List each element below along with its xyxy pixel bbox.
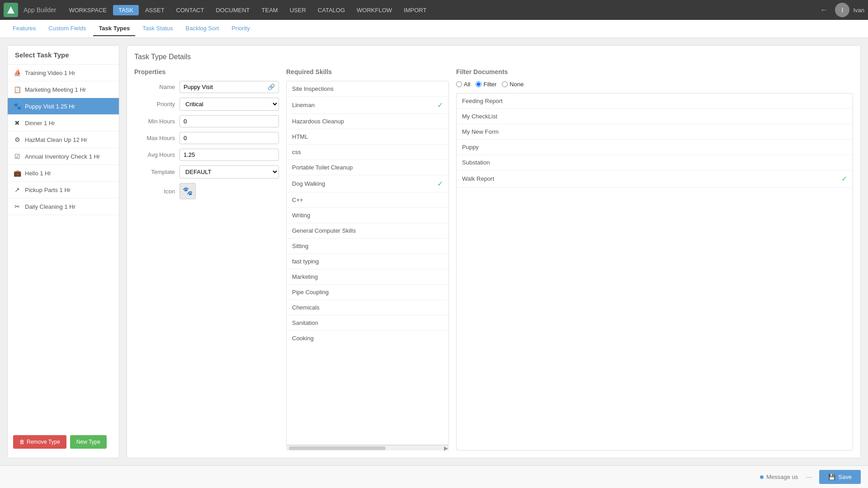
tab-backlog-sort[interactable]: Backlog Sort — [180, 21, 224, 36]
horizontal-scrollbar[interactable]: ▶ — [286, 445, 449, 450]
nav-workspace[interactable]: WORKSPACE — [63, 5, 112, 15]
min-hours-input[interactable] — [179, 115, 279, 127]
icon-picker[interactable]: 🐾 — [179, 183, 196, 199]
list-item[interactable]: ⚙ HazMat Clean Up 12 Hr — [8, 131, 119, 148]
list-item[interactable]: 🐾 Puppy Visit 1.25 Hr — [8, 98, 119, 115]
save-icon: 💾 — [828, 474, 835, 480]
nav-task[interactable]: TASK — [113, 5, 139, 15]
scrollbar-thumb[interactable] — [289, 446, 386, 450]
new-type-button[interactable]: New Type — [70, 435, 107, 449]
doc-name: Feeding Report — [462, 98, 503, 104]
properties-title: Properties — [134, 68, 279, 75]
nav-user[interactable]: USER — [284, 5, 311, 15]
priority-label: Priority — [134, 101, 175, 108]
nav-catalog[interactable]: CATALOG — [312, 5, 350, 15]
icon-row: Icon 🐾 — [134, 183, 279, 199]
tab-task-types[interactable]: Task Types — [93, 21, 135, 36]
nav-asset[interactable]: ASSET — [140, 5, 170, 15]
doc-item[interactable]: Feeding Report — [457, 94, 853, 109]
filter-radio-group: All Filter None — [456, 81, 853, 88]
required-skills-section: Required Skills Site Inspections Lineman… — [286, 68, 449, 450]
name-label: Name — [134, 84, 175, 90]
avg-hours-input[interactable] — [179, 149, 279, 161]
nav-workflow[interactable]: WORKFLOW — [351, 5, 397, 15]
skill-item[interactable]: Pipe Coupling — [287, 285, 448, 300]
list-item[interactable]: ✖ Dinner 1 Hr — [8, 115, 119, 131]
skill-item[interactable]: Site Inspections — [287, 81, 448, 97]
max-hours-input[interactable] — [179, 132, 279, 144]
save-button[interactable]: 💾 Save — [819, 470, 861, 484]
check-icon: ✓ — [437, 101, 443, 109]
template-label: Template — [134, 169, 175, 175]
message-us-widget[interactable]: Message us — — [760, 474, 812, 480]
list-item[interactable]: 💼 Hello 1 Hr — [8, 165, 119, 182]
doc-item[interactable]: My CheckList — [457, 109, 853, 124]
list-item[interactable]: ✂ Daily Cleaning 1 Hr — [8, 198, 119, 215]
tab-custom-fields[interactable]: Custom Fields — [43, 21, 91, 36]
skill-item[interactable]: Chemicals — [287, 300, 448, 315]
list-item[interactable]: 📋 Marketing Meeting 1 Hr — [8, 81, 119, 98]
radio-none[interactable]: None — [502, 81, 524, 88]
nav-import[interactable]: IMPORT — [398, 5, 432, 15]
skill-name: Marketing — [292, 273, 318, 280]
skill-item[interactable]: Hazardous Cleanup — [287, 114, 448, 129]
doc-item[interactable]: My New Form — [457, 124, 853, 140]
radio-filter[interactable]: Filter — [476, 81, 496, 88]
task-type-details-panel: Task Type Details Properties Name 🔗 Prio… — [127, 45, 861, 458]
skill-name: fast typing — [292, 258, 319, 265]
priority-select[interactable]: Critical High Medium Low — [179, 98, 279, 111]
skill-item[interactable]: Cooking — [287, 331, 448, 346]
name-input-wrapper: 🔗 — [179, 81, 279, 93]
doc-name: My New Form — [462, 128, 499, 135]
doc-item[interactable]: Walk Report ✓ — [457, 170, 853, 188]
skill-name: Sanitation — [292, 319, 318, 326]
name-input[interactable] — [180, 81, 264, 93]
doc-name: My CheckList — [462, 113, 497, 120]
nav-document[interactable]: DOCUMENT — [210, 5, 255, 15]
document-list: Feeding Report My CheckList My New Form … — [456, 93, 853, 450]
template-select[interactable]: DEFAULT CUSTOM — [179, 165, 279, 178]
task-label: Puppy Visit 1.25 Hr — [25, 103, 75, 110]
minimize-icon[interactable]: — — [806, 474, 812, 480]
skill-item[interactable]: Sitting — [287, 239, 448, 254]
nav-team[interactable]: TEAM — [256, 5, 283, 15]
panel-body: Properties Name 🔗 Priority Critical High… — [134, 68, 853, 450]
tab-priority[interactable]: Priority — [226, 21, 255, 36]
skill-item[interactable]: css — [287, 145, 448, 160]
radio-all[interactable]: All — [456, 81, 470, 88]
app-logo[interactable] — [4, 2, 20, 18]
skill-item[interactable]: Sanitation — [287, 315, 448, 331]
skill-item[interactable]: Lineman ✓ — [287, 97, 448, 114]
nav-contact[interactable]: CONTACT — [171, 5, 210, 15]
back-button[interactable]: ← — [820, 5, 828, 15]
pickup-parts-icon: ↗ — [13, 186, 21, 193]
list-item[interactable]: ☑ Annual Inventory Check 1 Hr — [8, 148, 119, 165]
skill-item[interactable]: General Computer Skills — [287, 223, 448, 239]
doc-item[interactable]: Substation — [457, 155, 853, 170]
hello-icon: 💼 — [13, 169, 21, 177]
max-hours-label: Max Hours — [134, 135, 175, 141]
skill-name: Site Inspections — [292, 85, 334, 92]
skill-item[interactable]: Marketing — [287, 269, 448, 285]
link-icon[interactable]: 🔗 — [264, 81, 278, 93]
doc-item[interactable]: Puppy — [457, 140, 853, 155]
skill-item[interactable]: Writing — [287, 208, 448, 223]
skill-item[interactable]: Dog Walking ✓ — [287, 175, 448, 192]
skill-item[interactable]: C++ — [287, 192, 448, 208]
skill-item[interactable]: fast typing — [287, 254, 448, 269]
list-item[interactable]: ⛵ Training Video 1 Hr — [8, 65, 119, 81]
list-item[interactable]: ↗ Pickup Parts 1 Hr — [8, 182, 119, 198]
select-task-type-title: Select Task Type — [8, 46, 119, 65]
sub-navigation: Features Custom Fields Task Types Task S… — [0, 20, 868, 38]
skill-item[interactable]: Portable Toilet Cleanup — [287, 160, 448, 175]
tab-features[interactable]: Features — [7, 21, 41, 36]
panel-buttons: 🗑 Remove Type New Type — [8, 430, 119, 454]
task-label: Training Video 1 Hr — [25, 70, 75, 76]
avatar[interactable]: I — [835, 3, 849, 17]
tab-task-status[interactable]: Task Status — [137, 21, 178, 36]
skill-item[interactable]: HTML — [287, 129, 448, 145]
message-us-label: Message us — [766, 474, 798, 480]
skill-name: C++ — [292, 197, 303, 203]
task-label: Pickup Parts 1 Hr — [25, 187, 71, 193]
remove-type-button[interactable]: 🗑 Remove Type — [13, 435, 66, 449]
